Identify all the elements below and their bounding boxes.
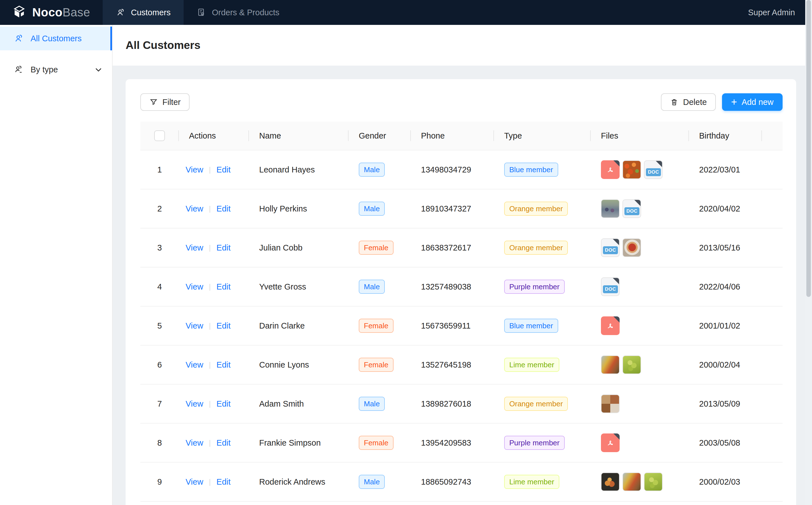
edit-link[interactable]: Edit — [217, 360, 231, 369]
doc-file-icon[interactable]: DOC — [601, 277, 620, 296]
tab-customers[interactable]: Customers — [103, 0, 184, 25]
image-thumbnail[interactable] — [623, 160, 641, 179]
name-cell: Adam Smith — [249, 399, 349, 408]
row-index: 9 — [157, 477, 162, 487]
birthday-cell: 2020/04/02 — [689, 204, 762, 213]
filter-button-label: Filter — [162, 98, 180, 107]
view-link[interactable]: View — [185, 477, 203, 487]
edit-link[interactable]: Edit — [217, 477, 231, 487]
table-row: 5View|EditDarin ClarkeFemale15673659911B… — [140, 307, 783, 346]
phone-number: 13498034729 — [421, 165, 471, 174]
gender-badge: Male — [359, 475, 385, 489]
image-thumbnail[interactable] — [601, 394, 620, 413]
type-cell: Orange member — [494, 240, 591, 255]
view-link[interactable]: View — [185, 282, 203, 292]
edit-link[interactable]: Edit — [217, 399, 231, 408]
birthday-cell: 2003/05/08 — [689, 438, 762, 448]
edit-link[interactable]: Edit — [217, 321, 231, 331]
row-actions-cell: View|Edit — [179, 243, 249, 252]
view-link[interactable]: View — [185, 204, 203, 213]
pdf-file-icon[interactable] — [601, 160, 620, 179]
phone-cell: 15673659911 — [411, 321, 494, 331]
row-index-cell[interactable]: 8 — [140, 438, 179, 448]
row-index-cell[interactable]: 4 — [140, 282, 179, 292]
files-cell: DOC — [591, 277, 689, 296]
files-cell: DOC — [591, 199, 689, 218]
actions-divider: | — [209, 322, 211, 330]
user-menu[interactable]: Super Admin — [748, 0, 812, 25]
row-index-cell[interactable]: 5 — [140, 321, 179, 331]
brand-light: Base — [62, 6, 90, 19]
phone-cell: 18865092743 — [411, 477, 494, 487]
pdf-file-icon[interactable] — [601, 434, 620, 452]
gender-cell: Female — [349, 358, 411, 372]
gender-cell: Male — [349, 163, 411, 177]
edit-link[interactable]: Edit — [217, 243, 231, 252]
gender-badge: Male — [359, 202, 385, 216]
table-toolbar: Filter Delete + Add new — [140, 93, 783, 111]
doc-badge: DOC — [603, 246, 618, 254]
row-index-cell[interactable]: 1 — [140, 165, 179, 174]
sidebar-item-all-customers[interactable]: All Customers — [0, 27, 112, 50]
image-thumbnail[interactable] — [601, 355, 620, 374]
edit-link[interactable]: Edit — [217, 438, 231, 448]
view-link[interactable]: View — [185, 438, 203, 448]
row-index-cell[interactable]: 2 — [140, 204, 179, 213]
member-type-badge: Lime member — [504, 358, 559, 372]
doc-file-icon[interactable]: DOC — [644, 160, 663, 179]
image-thumbnail[interactable] — [623, 238, 641, 257]
view-link[interactable]: View — [185, 243, 203, 252]
phone-cell: 13954209583 — [411, 438, 494, 448]
table-row: 4View|EditYvette GrossMale13257489038Pur… — [140, 268, 783, 307]
row-index-cell[interactable]: 6 — [140, 360, 179, 369]
edit-link[interactable]: Edit — [217, 204, 231, 213]
gender-badge: Female — [359, 358, 394, 372]
type-cell: Blue member — [494, 319, 591, 333]
column-header-gender: Gender — [349, 122, 411, 150]
edit-link[interactable]: Edit — [217, 282, 231, 292]
doc-file-icon[interactable]: DOC — [601, 238, 620, 257]
page-scrollbar[interactable] — [805, 0, 812, 505]
image-thumbnail[interactable] — [623, 473, 641, 491]
phone-number: 13257489038 — [421, 282, 471, 292]
select-all-checkbox[interactable] — [154, 130, 165, 141]
image-thumbnail[interactable] — [644, 473, 663, 491]
filter-button[interactable]: Filter — [140, 93, 189, 111]
tab-orders-products[interactable]: Orders & Products — [184, 0, 292, 25]
gender-cell: Female — [349, 319, 411, 333]
row-actions-cell: View|Edit — [179, 165, 249, 174]
image-thumbnail[interactable] — [601, 473, 620, 491]
birthday-value: 2001/01/02 — [699, 321, 740, 331]
phone-number: 18638372617 — [421, 243, 471, 252]
filter-funnel-icon — [149, 98, 158, 106]
doc-file-icon[interactable]: DOC — [623, 199, 641, 218]
delete-button[interactable]: Delete — [661, 93, 716, 111]
image-thumbnail[interactable] — [623, 355, 641, 374]
edit-link[interactable]: Edit — [217, 165, 231, 174]
birthday-cell: 2000/02/03 — [689, 477, 762, 487]
row-actions-cell: View|Edit — [179, 282, 249, 292]
sidebar-item-label: By type — [30, 65, 58, 74]
customers-card: Filter Delete + Add new — [126, 79, 796, 505]
phone-number: 18865092743 — [421, 477, 471, 487]
doc-badge: DOC — [646, 168, 661, 176]
view-link[interactable]: View — [185, 399, 203, 408]
birthday-cell: 2001/01/02 — [689, 321, 762, 331]
row-index-cell[interactable]: 3 — [140, 243, 179, 252]
row-index-cell[interactable]: 9 — [140, 477, 179, 487]
view-link[interactable]: View — [185, 165, 203, 174]
scrollbar-thumb[interactable] — [806, 0, 811, 297]
page-title: All Customers — [126, 39, 200, 51]
nocobase-logo[interactable]: NocoBase — [0, 0, 103, 25]
row-index-cell[interactable]: 7 — [140, 399, 179, 408]
customers-table: Actions Name Gender Phone Type Files Bir… — [140, 122, 783, 502]
add-new-button[interactable]: + Add new — [722, 93, 783, 111]
phone-number: 13898276018 — [421, 399, 471, 408]
sidebar-item-by-type[interactable]: By type — [0, 58, 112, 81]
image-thumbnail[interactable] — [601, 199, 620, 218]
customer-name: Leonard Hayes — [259, 165, 315, 174]
view-link[interactable]: View — [185, 360, 203, 369]
view-link[interactable]: View — [185, 321, 203, 331]
delete-button-label: Delete — [683, 98, 707, 107]
pdf-file-icon[interactable] — [601, 316, 620, 335]
